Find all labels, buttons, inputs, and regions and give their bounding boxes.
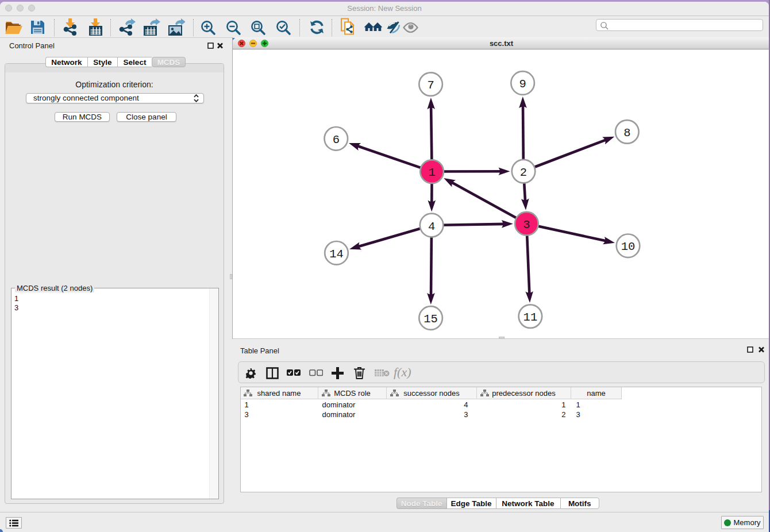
svg-text:6: 6 (333, 133, 340, 147)
svg-text:4: 4 (428, 220, 435, 233)
svg-text:7: 7 (427, 79, 434, 92)
svg-text:2: 2 (520, 166, 527, 179)
svg-text:9: 9 (519, 78, 526, 91)
svg-text:15: 15 (424, 313, 438, 326)
svg-text:3: 3 (523, 218, 530, 232)
svg-text:10: 10 (621, 240, 636, 253)
svg-text:14: 14 (329, 248, 344, 261)
svg-text:11: 11 (523, 311, 538, 324)
svg-text:1: 1 (428, 166, 435, 179)
svg-text:8: 8 (623, 126, 630, 140)
